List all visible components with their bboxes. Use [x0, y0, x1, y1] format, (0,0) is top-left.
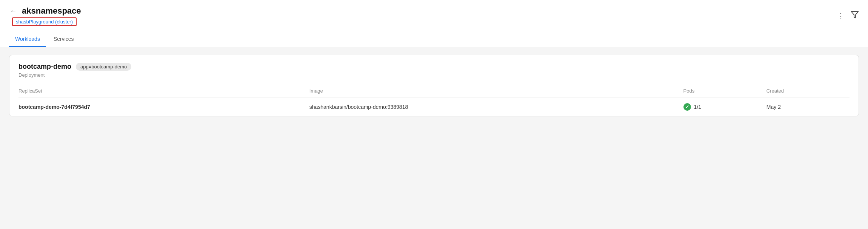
pods-value: 1/1: [683, 98, 766, 116]
header-left: ← aksnamespace shasbPlayground (cluster)…: [9, 6, 82, 47]
more-menu-icon[interactable]: ⋮: [837, 12, 845, 20]
title-row: ← aksnamespace: [9, 6, 82, 16]
cluster-badge[interactable]: shasbPlayground (cluster): [12, 17, 77, 26]
tabs-container: Workloads Services: [9, 32, 82, 47]
pods-count: 1/1: [694, 104, 701, 110]
table-row: bootcamp-demo-7d4f7954d7 shashankbarsin/…: [18, 98, 850, 116]
deployment-name: bootcamp-demo: [18, 63, 71, 71]
deployment-tag: app=bootcamp-demo: [76, 63, 131, 71]
tab-services[interactable]: Services: [48, 32, 80, 47]
col-header-replicaset: ReplicaSet: [18, 84, 309, 98]
tab-workloads[interactable]: Workloads: [9, 32, 46, 47]
back-button[interactable]: ←: [9, 7, 17, 15]
svg-marker-0: [851, 12, 858, 18]
filter-icon[interactable]: [851, 11, 859, 21]
main-content: bootcamp-demo app=bootcamp-demo Deployme…: [0, 47, 868, 124]
created-value: May 2: [766, 98, 850, 116]
header-right: ⋮: [837, 6, 859, 21]
page-title: aksnamespace: [22, 6, 81, 16]
col-header-created: Created: [766, 84, 850, 98]
deployment-type: Deployment: [18, 72, 850, 78]
page-header: ← aksnamespace shasbPlayground (cluster)…: [0, 0, 868, 47]
replicaset-name: bootcamp-demo-7d4f7954d7: [18, 98, 309, 116]
replicaset-table: ReplicaSet Image Pods Created bootcamp-d…: [18, 84, 850, 116]
image-value: shashankbarsin/bootcamp-demo:9389818: [309, 98, 683, 116]
deployment-card: bootcamp-demo app=bootcamp-demo Deployme…: [9, 55, 859, 116]
deployment-header: bootcamp-demo app=bootcamp-demo: [18, 63, 850, 71]
col-header-image: Image: [309, 84, 683, 98]
pods-status-icon: [683, 103, 691, 111]
col-header-pods: Pods: [683, 84, 766, 98]
